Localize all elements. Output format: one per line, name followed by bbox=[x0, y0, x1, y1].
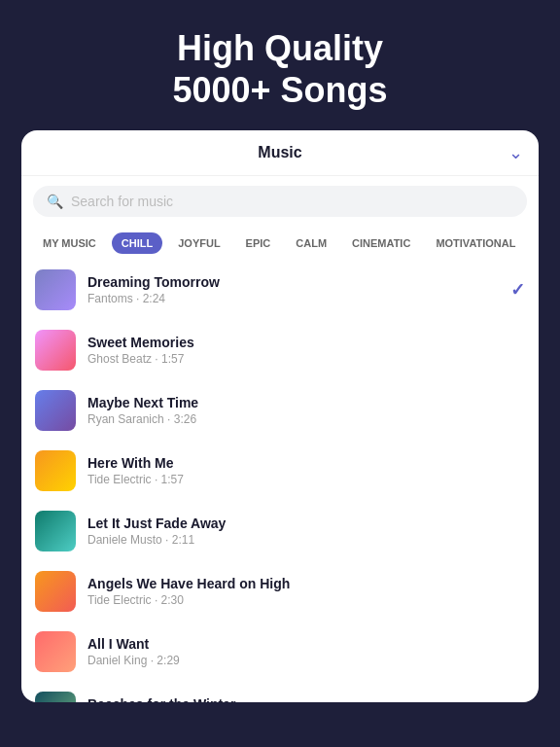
song-info: Angels We Have Heard on HighTide Electri… bbox=[88, 576, 525, 607]
song-thumbnail bbox=[35, 631, 76, 672]
song-title: All I Want bbox=[88, 636, 525, 652]
song-thumbnail bbox=[35, 692, 76, 702]
song-thumbnail bbox=[35, 450, 76, 491]
genre-tab-calm[interactable]: CALM bbox=[286, 232, 336, 254]
song-meta: Tide Electric · 2:30 bbox=[88, 593, 525, 607]
song-info: Maybe Next TimeRyan Saranich · 3:26 bbox=[88, 395, 525, 426]
search-icon: 🔍 bbox=[47, 194, 63, 209]
song-title: Beeches for the Winter bbox=[88, 696, 525, 702]
song-meta: Tide Electric · 1:57 bbox=[88, 473, 525, 486]
song-title: Maybe Next Time bbox=[88, 395, 525, 410]
song-meta: Ryan Saranich · 3:26 bbox=[88, 412, 525, 426]
song-title: Let It Just Fade Away bbox=[88, 516, 525, 531]
song-item[interactable]: Let It Just Fade AwayDaniele Musto · 2:1… bbox=[21, 501, 539, 561]
song-title: Here With Me bbox=[88, 455, 525, 471]
genre-tab-chill[interactable]: CHILL bbox=[112, 232, 162, 254]
song-selected-icon: ✓ bbox=[510, 279, 525, 301]
song-title: Dreaming Tomorrow bbox=[88, 274, 499, 290]
song-info: Dreaming TomorrowFantoms · 2:24 bbox=[88, 274, 499, 305]
song-title: Sweet Memories bbox=[88, 335, 525, 350]
card-title: Music bbox=[258, 144, 301, 161]
song-info: Beeches for the WinterSmwhereat4am · 3:0… bbox=[88, 696, 525, 702]
genre-tab-my-music[interactable]: MY MUSIC bbox=[33, 232, 106, 254]
song-item[interactable]: Sweet MemoriesGhost Beatz · 1:57 bbox=[21, 320, 539, 380]
song-info: All I WantDaniel King · 2:29 bbox=[88, 636, 525, 667]
song-item[interactable]: Angels We Have Heard on HighTide Electri… bbox=[21, 561, 539, 622]
song-meta: Fantoms · 2:24 bbox=[88, 292, 499, 305]
song-list: Dreaming TomorrowFantoms · 2:24✓Sweet Me… bbox=[21, 260, 539, 702]
song-item[interactable]: Dreaming TomorrowFantoms · 2:24✓ bbox=[21, 260, 539, 320]
song-thumbnail bbox=[35, 269, 76, 310]
song-title: Angels We Have Heard on High bbox=[88, 576, 525, 591]
music-card: Music ⌄ 🔍 Search for music MY MUSICCHILL… bbox=[21, 130, 539, 702]
search-input[interactable]: Search for music bbox=[71, 194, 173, 209]
song-item[interactable]: All I WantDaniel King · 2:29 bbox=[21, 622, 539, 682]
song-info: Sweet MemoriesGhost Beatz · 1:57 bbox=[88, 335, 525, 366]
song-item[interactable]: Maybe Next TimeRyan Saranich · 3:26 bbox=[21, 380, 539, 441]
genre-tab-joyful[interactable]: JOYFUL bbox=[168, 232, 229, 254]
genre-tab-motivational[interactable]: MOTIVATIONAL bbox=[426, 232, 525, 254]
song-thumbnail bbox=[35, 330, 76, 371]
song-meta: Ghost Beatz · 1:57 bbox=[88, 352, 525, 366]
song-item[interactable]: Beeches for the WinterSmwhereat4am · 3:0… bbox=[21, 682, 539, 702]
song-meta: Daniele Musto · 2:11 bbox=[88, 533, 525, 547]
search-bar[interactable]: 🔍 Search for music bbox=[33, 186, 527, 217]
genre-tab-cinematic[interactable]: CINEMATIC bbox=[342, 232, 420, 254]
song-info: Let It Just Fade AwayDaniele Musto · 2:1… bbox=[88, 516, 525, 547]
song-thumbnail bbox=[35, 390, 76, 431]
song-info: Here With MeTide Electric · 1:57 bbox=[88, 455, 525, 486]
song-meta: Daniel King · 2:29 bbox=[88, 654, 525, 667]
genre-tab-epic[interactable]: EPIC bbox=[236, 232, 281, 254]
song-thumbnail bbox=[35, 511, 76, 551]
song-item[interactable]: Here With MeTide Electric · 1:57 bbox=[21, 441, 539, 501]
card-header: Music ⌄ bbox=[21, 130, 539, 176]
app-header: High Quality5000+ Songs bbox=[0, 0, 560, 130]
genre-tab-romantic[interactable]: ROMANTIC bbox=[531, 232, 539, 254]
header-title: High Quality5000+ Songs bbox=[39, 27, 521, 111]
song-thumbnail bbox=[35, 571, 76, 612]
genre-tabs: MY MUSICCHILLJOYFULEPICCALMCINEMATICMOTI… bbox=[21, 227, 539, 260]
chevron-down-icon[interactable]: ⌄ bbox=[508, 142, 523, 163]
